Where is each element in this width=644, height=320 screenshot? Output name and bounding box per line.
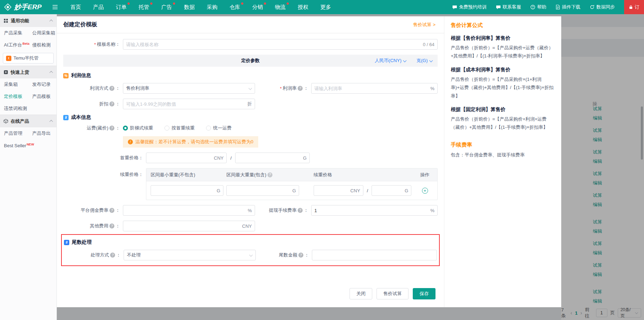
profit-rate-field[interactable]: % [311, 83, 438, 94]
percent-suffix: % [430, 208, 434, 213]
help-icon[interactable] [298, 253, 303, 258]
renew-price-field[interactable]: CNY [314, 185, 363, 196]
renew-price-input[interactable] [317, 188, 348, 193]
sidebar-group-quick-listing[interactable]: 快速上货 [0, 66, 56, 78]
nav-item-product[interactable]: 产品 [87, 0, 110, 14]
currency-select[interactable]: 人民币(CNY) [375, 57, 406, 64]
create-pricing-template-modal: 创建定价模板 售价试算 > * 模板名称： 0 / 64 定价参数 人民币(CN… [57, 16, 444, 307]
first-weight-input[interactable] [238, 155, 301, 161]
gram-suffix: G [405, 188, 408, 193]
subscribe-button[interactable]: 订 [624, 0, 644, 14]
commission-rate-input[interactable] [126, 208, 245, 213]
profit-mode-label: 利润方式： [63, 85, 120, 92]
help-icon[interactable] [267, 172, 272, 177]
formula-panel-title: 售价计算公式 [451, 22, 555, 29]
sidebar-item-publish-record[interactable]: 发布记录 [28, 81, 57, 88]
formula-title: 根据【售价利润率】算售价 [451, 35, 555, 42]
plugin-download-link[interactable]: 插件下载 [556, 4, 580, 10]
nav-item-ads[interactable]: 广告 [155, 0, 178, 14]
nav-item-warehouse[interactable]: 仓库 [223, 0, 246, 14]
sidebar-item-public-collect-box[interactable]: 公用采集箱 [28, 30, 57, 36]
min-weight-input[interactable] [154, 188, 215, 193]
sidebar-item-temu[interactable]: Temu半托管 [3, 53, 54, 64]
template-name-input[interactable] [126, 42, 421, 47]
discount-input[interactable] [126, 101, 245, 107]
first-weight-field[interactable]: G [235, 153, 310, 163]
renew-weight-field[interactable]: G [372, 185, 411, 196]
profit-mode-select[interactable]: 售价利润率 [123, 83, 255, 94]
lock-icon [629, 5, 633, 9]
nav-item-auth[interactable]: 授权 [292, 0, 314, 14]
nav-item-logistics[interactable]: 物流 [269, 0, 292, 14]
nav-item-distribution[interactable]: 分销 [246, 0, 269, 14]
save-button[interactable]: 保存 [413, 288, 435, 299]
other-fee-input[interactable] [126, 224, 240, 229]
help-icon[interactable] [298, 86, 303, 91]
sidebar-group-common[interactable]: 通用功能 [0, 14, 56, 27]
nav-item-purchase[interactable]: 采购 [201, 0, 223, 14]
add-row-icon[interactable] [422, 188, 428, 194]
brand-logo[interactable]: 妙手ERP [0, 2, 47, 12]
max-weight-input[interactable] [229, 188, 290, 193]
sidebar-item-ai-workbench[interactable]: AI工作台Beta [0, 42, 28, 48]
price-trial-button[interactable]: 售价试算 [377, 288, 408, 299]
sidebar-item-product-manage[interactable]: 产品管理 [0, 130, 28, 137]
main-nav: 首页 产品 订单 托管 广告 数据 采购 仓库 分销 物流 授权 更多 [64, 0, 337, 14]
tail-amount-input[interactable] [315, 253, 434, 258]
sidebar-item-collect-box[interactable]: 采集箱 [0, 81, 28, 88]
free-training-link[interactable]: 免费预约培训 [452, 4, 487, 10]
price-trial-link[interactable]: 售价试算 > [413, 22, 435, 28]
withdraw-fee-input[interactable] [314, 208, 428, 213]
help-icon[interactable] [110, 253, 115, 258]
template-name-field[interactable]: 0 / 64 [123, 39, 438, 50]
profit-rate-label: * 利润率： [255, 85, 308, 92]
sidebar-item-banned-words[interactable]: 违禁词检测 [0, 105, 28, 112]
weight-unit-select[interactable]: 克(G) [416, 57, 433, 64]
sidebar-item-best-seller[interactable]: Best SellerNEW [0, 143, 28, 148]
help-icon[interactable] [109, 126, 114, 131]
radio-flat-shipping[interactable]: 统一运费 [206, 125, 232, 131]
radio-first-weight[interactable]: 按首重续重 [164, 125, 195, 131]
sidebar-group-online-products[interactable]: 在线产品 [0, 115, 56, 127]
help-icon[interactable] [109, 101, 114, 106]
sidebar-item-infringement-check[interactable]: 侵权检测 [28, 42, 57, 48]
other-fee-field[interactable]: CNY [123, 221, 255, 231]
help-link[interactable]: 帮助 [530, 4, 546, 10]
data-sync-link[interactable]: 数据同步 [590, 4, 615, 10]
cost-section-title: 成本信息 [63, 114, 438, 121]
help-icon[interactable] [109, 208, 114, 213]
help-icon[interactable] [298, 208, 303, 213]
nav-item-more[interactable]: 更多 [314, 0, 337, 14]
max-weight-field[interactable]: G [226, 185, 299, 196]
nav-utilities: 免费预约培训 联系客服 帮助 插件下载 数据同步 订 [452, 0, 644, 14]
profit-rate-input[interactable] [314, 86, 428, 91]
tail-amount-field[interactable] [312, 250, 437, 260]
close-button[interactable]: 关闭 [350, 288, 372, 299]
renew-weight-input[interactable] [375, 188, 402, 193]
tail-mode-select[interactable]: 不处理 [124, 250, 256, 260]
warning-icon [128, 139, 133, 144]
formula-title: 根据【固定利润】算售价 [451, 106, 555, 113]
sidebar-item-product-template[interactable]: 产品模板 [28, 93, 57, 100]
first-weight-label: 首重价格： [63, 155, 143, 161]
chevron-down-icon [429, 59, 433, 62]
withdraw-fee-field[interactable]: % [311, 205, 438, 216]
commission-rate-field[interactable]: % [123, 205, 255, 216]
first-weight-price-field[interactable]: CNY [146, 153, 227, 163]
sidebar-item-pricing-template[interactable]: 定价模板 [0, 93, 28, 100]
help-icon[interactable] [109, 86, 114, 91]
sidebar-item-product-collect[interactable]: 产品采集 [0, 30, 28, 36]
discount-field[interactable]: 折 [123, 99, 255, 109]
radio-tiered-weight[interactable]: 阶梯式续重 [123, 125, 153, 131]
help-icon[interactable] [109, 224, 114, 228]
nav-item-home[interactable]: 首页 [64, 0, 87, 14]
sidebar-item-product-export[interactable]: 产品导出 [28, 130, 57, 137]
notification-dot [287, 2, 289, 5]
first-weight-price-input[interactable] [149, 155, 212, 161]
contact-support-link[interactable]: 联系客服 [496, 4, 521, 10]
nav-item-data[interactable]: 数据 [178, 0, 201, 14]
menu-icon[interactable] [47, 5, 63, 10]
nav-item-hosting[interactable]: 托管 [132, 0, 155, 14]
min-weight-field[interactable]: G [151, 185, 223, 196]
nav-item-order[interactable]: 订单 [110, 0, 132, 14]
